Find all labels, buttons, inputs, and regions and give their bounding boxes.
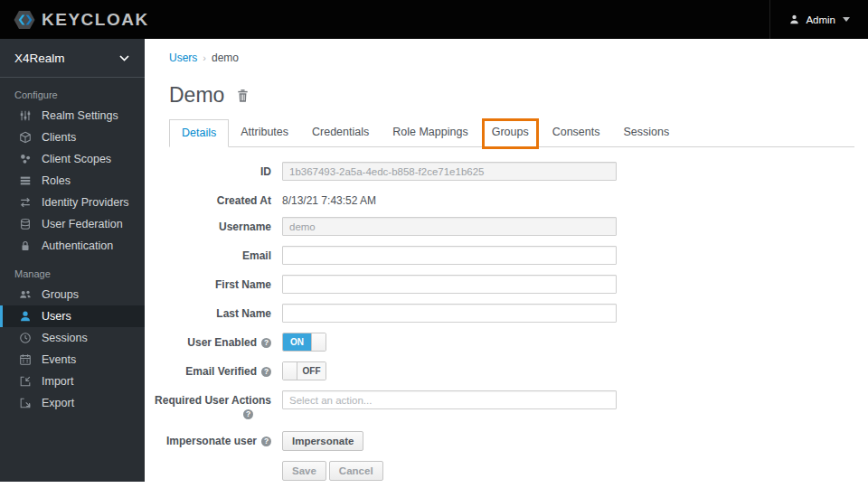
sidebar-item-export[interactable]: Export: [0, 392, 145, 414]
tab-sessions[interactable]: Sessions: [611, 119, 681, 147]
caret-down-icon: [843, 17, 850, 22]
page-title: Demo: [169, 83, 224, 108]
breadcrumb-current: demo: [212, 52, 239, 64]
user-details-form: ID Created At 8/13/21 7:43:52 AM Usernam…: [169, 162, 854, 481]
chevron-down-icon: [119, 55, 129, 61]
sidebar-item-label: Identity Providers: [42, 196, 129, 209]
calendar-icon: [18, 352, 33, 367]
required-user-actions-label: Required User Actions ?: [169, 390, 271, 419]
brand-name: KEYCLOAK: [42, 10, 149, 30]
exchange-arrows-icon: [18, 195, 33, 210]
help-icon: ?: [261, 367, 271, 377]
email-verified-label: Email Verified?: [169, 361, 271, 378]
admin-user-label: Admin: [806, 14, 835, 25]
sidebar-item-label: Export: [42, 397, 74, 409]
user-tabs: Details Attributes Credentials Role Mapp…: [169, 119, 854, 147]
impersonate-button[interactable]: Impersonate: [282, 431, 363, 451]
user-enabled-toggle[interactable]: ON: [282, 333, 326, 352]
person-icon: [788, 14, 800, 25]
tab-consents[interactable]: Consents: [541, 119, 612, 147]
required-user-actions-select[interactable]: [282, 390, 617, 409]
sidebar-item-groups[interactable]: Groups: [0, 284, 145, 305]
cluster-icon: [18, 152, 33, 166]
sliders-icon: [18, 108, 33, 123]
tab-groups[interactable]: Groups: [480, 119, 541, 147]
help-icon: ?: [261, 436, 271, 446]
export-icon: [18, 396, 33, 410]
sidebar-item-roles[interactable]: Roles: [0, 170, 145, 192]
help-icon: ?: [243, 409, 253, 419]
username-label: Username: [169, 217, 271, 233]
sidebar-item-events[interactable]: Events: [0, 349, 145, 371]
realm-name: X4Realm: [14, 52, 65, 65]
sidebar-item-label: Roles: [42, 174, 71, 187]
form-row-user-enabled: User Enabled? ON: [169, 333, 854, 352]
email-verified-toggle[interactable]: OFF: [282, 361, 326, 380]
last-name-field[interactable]: [282, 304, 617, 323]
tab-details[interactable]: Details: [169, 119, 229, 147]
actions-spacer: [169, 461, 271, 465]
lock-icon: [18, 239, 33, 253]
sidebar-item-label: Clients: [42, 131, 76, 144]
clock-icon: [18, 331, 33, 345]
form-row-created-at: Created At 8/13/21 7:43:52 AM: [169, 191, 854, 207]
id-field: [282, 162, 617, 181]
sidebar: X4Realm Configure Realm Settings Clients: [0, 39, 145, 482]
sidebar-item-authentication[interactable]: Authentication: [0, 235, 145, 257]
tab-credentials[interactable]: Credentials: [300, 119, 381, 147]
sidebar-item-label: Import: [42, 375, 73, 388]
form-row-username: Username: [169, 217, 854, 236]
sidebar-item-label: Users: [42, 310, 71, 323]
sidebar-item-label: Realm Settings: [42, 109, 118, 122]
first-name-field[interactable]: [282, 275, 617, 294]
sidebar-item-import[interactable]: Import: [0, 371, 145, 392]
realm-selector[interactable]: X4Realm: [0, 39, 145, 78]
toggle-off-label: OFF: [297, 362, 326, 380]
delete-user-button[interactable]: [236, 89, 250, 103]
impersonate-user-label: Impersonate user?: [169, 431, 271, 447]
sidebar-section-manage: Manage: [0, 257, 145, 284]
help-icon: ?: [261, 338, 271, 348]
toggle-handle: [311, 333, 326, 351]
tab-attributes[interactable]: Attributes: [229, 119, 300, 147]
admin-user-menu[interactable]: Admin: [769, 0, 868, 39]
main-content: Users›demo Demo Details Attributes Crede…: [145, 39, 868, 482]
sidebar-item-user-federation[interactable]: User Federation: [0, 213, 145, 235]
form-row-email-verified: Email Verified? OFF: [169, 361, 854, 380]
form-row-first-name: First Name: [169, 275, 854, 294]
form-row-required-user-actions: Required User Actions ?: [169, 390, 854, 419]
cancel-button[interactable]: Cancel: [329, 461, 383, 481]
user-enabled-label: User Enabled?: [169, 333, 271, 349]
sidebar-item-label: Sessions: [42, 332, 88, 344]
breadcrumb-users-link[interactable]: Users: [169, 52, 197, 64]
import-icon: [18, 374, 33, 389]
sidebar-section-configure: Configure: [0, 78, 145, 105]
keycloak-logo[interactable]: KEYCLOAK: [0, 9, 149, 31]
layers-icon: [18, 174, 33, 188]
sidebar-item-users[interactable]: Users: [0, 305, 145, 327]
save-button[interactable]: Save: [282, 461, 326, 481]
form-row-last-name: Last Name: [169, 304, 854, 323]
email-label: Email: [169, 246, 271, 262]
tab-role-mappings[interactable]: Role Mappings: [381, 119, 479, 147]
breadcrumb: Users›demo: [169, 52, 854, 64]
last-name-label: Last Name: [169, 304, 271, 320]
email-field[interactable]: [282, 246, 617, 265]
id-label: ID: [169, 162, 271, 178]
username-field: [282, 217, 617, 236]
sidebar-item-sessions[interactable]: Sessions: [0, 327, 145, 349]
created-at-label: Created At: [169, 191, 271, 207]
sidebar-item-identity-providers[interactable]: Identity Providers: [0, 192, 145, 213]
database-icon: [18, 217, 33, 231]
first-name-label: First Name: [169, 275, 271, 291]
sidebar-item-label: Events: [42, 353, 76, 366]
sidebar-item-label: User Federation: [42, 218, 123, 230]
top-header-bar: KEYCLOAK Admin: [0, 0, 868, 39]
group-icon: [18, 287, 33, 302]
user-icon: [18, 309, 33, 324]
sidebar-item-clients[interactable]: Clients: [0, 127, 145, 148]
sidebar-item-client-scopes[interactable]: Client Scopes: [0, 148, 145, 170]
form-row-actions: SaveCancel: [169, 461, 854, 481]
keycloak-admin-console: KEYCLOAK Admin X4Realm Conf: [0, 0, 868, 488]
sidebar-item-realm-settings[interactable]: Realm Settings: [0, 105, 145, 127]
